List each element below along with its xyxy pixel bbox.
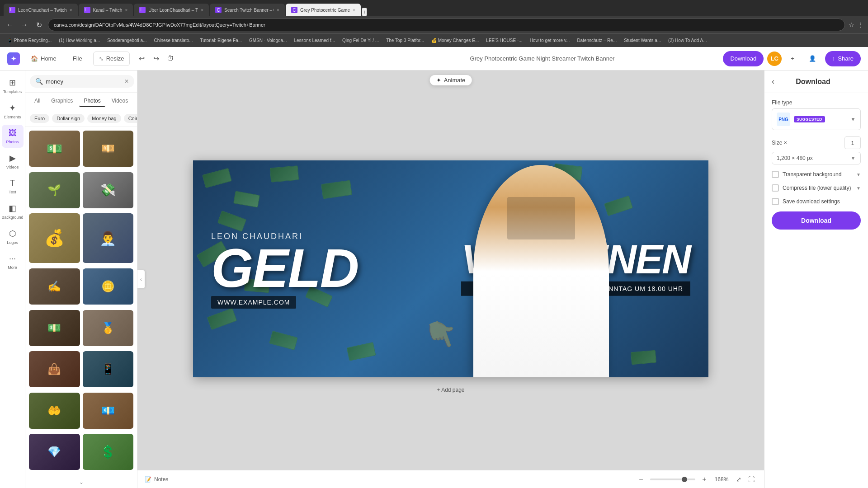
tab-all[interactable]: All — [30, 95, 45, 107]
browser-tab-1[interactable]: T LeonChaudhari – Twitch × — [4, 4, 78, 16]
zoom-in-button[interactable]: + — [699, 474, 710, 485]
user-avatar[interactable]: LC — [767, 52, 782, 66]
address-bar[interactable]: canva.com/design/DAFOtpFvMus/4W4dD8CPJGP… — [48, 19, 845, 31]
transparent-bg-row[interactable]: Transparent background ▼ — [772, 171, 861, 178]
media-item-6[interactable]: 👨‍💼 — [83, 213, 134, 266]
media-item-2[interactable]: 💴 — [83, 131, 134, 169]
undo-button[interactable]: ↩ — [135, 52, 148, 65]
add-page-bar[interactable]: + Add page — [437, 382, 464, 398]
media-item-1[interactable]: 💵 — [29, 131, 80, 169]
media-item-11[interactable]: 👜 — [29, 351, 80, 390]
file-type-dropdown[interactable]: PNG SUGGESTED ▼ — [772, 108, 861, 130]
bookmark-15[interactable]: (2) How To Add A... — [665, 37, 709, 44]
chip-dollar-sign[interactable]: Dollar sign — [52, 114, 85, 123]
timer-button[interactable]: ⏱ — [164, 52, 177, 65]
size-input[interactable] — [844, 136, 861, 149]
media-item-16[interactable]: 💲 — [83, 434, 134, 473]
save-settings-checkbox[interactable] — [772, 198, 779, 205]
collapse-panel-button[interactable]: ‹ — [137, 270, 145, 288]
browser-tab-2[interactable]: T Kanal – Twitch × — [79, 4, 133, 16]
bookmark-3[interactable]: Sonderangeboti a... — [104, 37, 149, 44]
tab-close-3[interactable]: × — [201, 8, 203, 13]
bookmark-13[interactable]: Datenschutz – Re... — [574, 37, 619, 44]
zoom-thumb[interactable] — [682, 477, 687, 482]
canvas-area[interactable]: ✦ Animate ‹ — [137, 70, 764, 488]
tab-close-4[interactable]: × — [277, 8, 279, 13]
bookmark-4[interactable]: Chinese translato... — [151, 37, 195, 44]
canvas-wrapper[interactable]: LEON CHAUDHARI GELD WWW.EXAMPLE.COM VERD… — [193, 160, 708, 377]
resize-button[interactable]: ⤡ Resize — [93, 52, 130, 66]
bookmark-1[interactable]: 📱 Phone Recycling... — [5, 37, 54, 44]
new-tab-button[interactable]: + — [362, 8, 367, 16]
download-button[interactable]: Download — [772, 211, 861, 230]
chip-euro[interactable]: Euro — [30, 114, 49, 123]
zoom-out-button[interactable]: − — [636, 474, 646, 485]
media-item-14[interactable]: 💶 — [83, 393, 134, 432]
tab-close-5[interactable]: × — [353, 8, 355, 13]
media-item-15[interactable]: 💎 — [29, 434, 80, 473]
tab-photos[interactable]: Photos — [79, 95, 105, 107]
bookmark-7[interactable]: Lessons Learned f... — [291, 37, 338, 44]
bookmark-6[interactable]: GMSN - Vologda... — [246, 37, 289, 44]
download-back-button[interactable]: ‹ — [772, 77, 774, 86]
browser-tab-3[interactable]: T Über LeonChaudhari – Twitch × — [134, 4, 209, 16]
bookmark-star-icon[interactable]: ☆ — [849, 21, 854, 28]
clear-search-icon[interactable]: ✕ — [124, 78, 129, 84]
media-item-9[interactable]: 💵 — [29, 310, 80, 349]
file-button[interactable]: File — [67, 52, 88, 66]
media-item-7[interactable]: ✍️ — [29, 268, 80, 307]
media-item-10[interactable]: 🥇 — [83, 310, 134, 349]
browser-tab-4[interactable]: C Search Twitch Banner – Canva × — [210, 4, 285, 16]
compress-checkbox[interactable] — [772, 184, 779, 192]
bookmark-12[interactable]: How to get more v... — [527, 37, 573, 44]
media-item-3[interactable]: 🌱 — [29, 172, 80, 211]
zoom-slider[interactable] — [650, 479, 695, 480]
chip-coins[interactable]: Coins — [124, 114, 137, 123]
add-collaborator-button[interactable]: + — [785, 52, 800, 66]
bookmark-9[interactable]: The Top 3 Platfor... — [383, 37, 427, 44]
sidebar-item-text[interactable]: T Text — [2, 175, 24, 198]
chip-money-bag[interactable]: Money bag — [87, 114, 121, 123]
transparent-bg-checkbox[interactable] — [772, 171, 779, 178]
bookmark-11[interactable]: LEE'S HOUSE -... — [483, 37, 525, 44]
notes-button[interactable]: 📝 Notes — [145, 476, 168, 483]
back-button[interactable]: ← — [5, 19, 15, 30]
download-topbar-button[interactable]: Download — [723, 51, 764, 66]
home-button[interactable]: 🏠 Home — [25, 52, 62, 66]
fullscreen-button[interactable]: ⛶ — [746, 474, 757, 485]
fit-to-screen-button[interactable]: ⤢ — [733, 474, 744, 485]
compress-expand-icon[interactable]: ▼ — [856, 186, 861, 191]
save-settings-row[interactable]: Save download settings — [772, 198, 861, 205]
tab-close-2[interactable]: × — [125, 8, 127, 13]
sidebar-item-more[interactable]: ··· More — [2, 250, 24, 273]
bookmark-14[interactable]: Student Wants a... — [621, 37, 664, 44]
bookmark-10[interactable]: 💰 Money Changes E... — [429, 37, 481, 44]
canva-logo[interactable]: ✦ — [7, 52, 20, 65]
animate-button[interactable]: ✦ Animate — [430, 75, 472, 85]
sidebar-item-photos[interactable]: 🖼 Photos — [2, 125, 24, 148]
media-item-5[interactable]: 💰 — [29, 213, 80, 266]
browser-menu-icon[interactable]: ⋮ — [857, 21, 863, 28]
sidebar-item-videos[interactable]: ▶ Videos — [2, 150, 24, 173]
bookmark-8[interactable]: Qing Fei De Yi / ... — [340, 37, 382, 44]
refresh-button[interactable]: ↻ — [33, 19, 44, 30]
tab-videos[interactable]: Videos — [107, 95, 132, 107]
media-item-4[interactable]: 💸 — [83, 172, 134, 211]
media-item-12[interactable]: 📱 — [83, 351, 134, 390]
bookmark-5[interactable]: Tutorial: Eigene Fa... — [198, 37, 245, 44]
forward-button[interactable]: → — [19, 19, 30, 30]
sidebar-item-templates[interactable]: ⊞ Templates — [2, 74, 24, 98]
sidebar-item-background[interactable]: ◧ Background — [2, 200, 24, 223]
compress-row[interactable]: Compress file (lower quality) ▼ — [772, 184, 861, 192]
sidebar-item-elements[interactable]: ✦ Elements — [2, 99, 24, 123]
share-button[interactable]: ↑ Share — [825, 51, 861, 66]
browser-tab-5[interactable]: C Grey Photocentric Game Nigh... × — [286, 4, 361, 16]
media-item-8[interactable]: 🪙 — [83, 268, 134, 307]
tab-close-1[interactable]: × — [70, 8, 72, 13]
tab-graphics[interactable]: Graphics — [47, 95, 77, 107]
media-item-13[interactable]: 🤲 — [29, 393, 80, 432]
bookmark-2[interactable]: (1) How Working a... — [56, 37, 103, 44]
size-value-dropdown[interactable]: 1,200 × 480 px ▼ — [772, 152, 861, 164]
people-icon-button[interactable]: 👤 — [803, 52, 821, 66]
transparent-bg-expand-icon[interactable]: ▼ — [856, 172, 861, 177]
